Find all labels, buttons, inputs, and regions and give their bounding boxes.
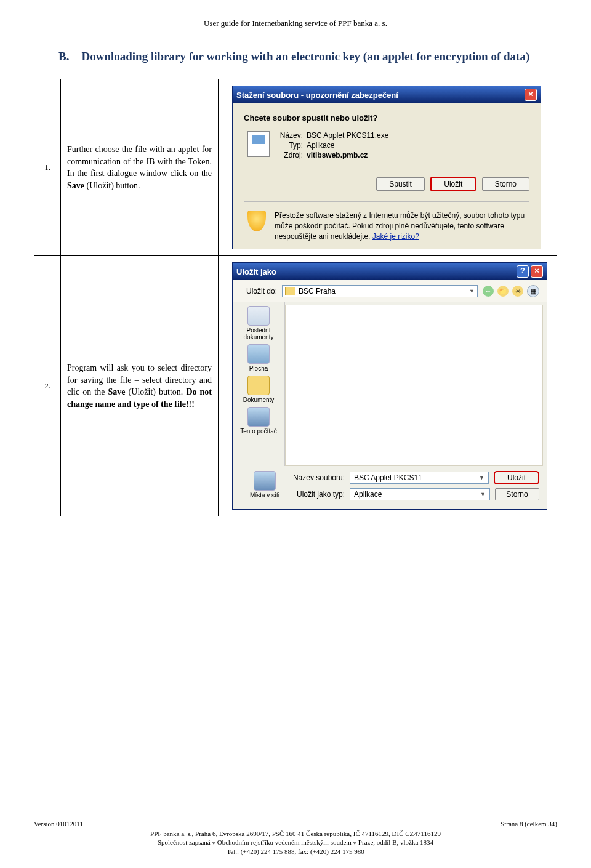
dialog1-question: Chcete soubor spustit nebo uložit? — [244, 113, 529, 123]
chevron-down-icon: ▼ — [480, 491, 486, 497]
name-value: BSC Applet PKCS11.exe — [307, 131, 388, 140]
file-list-area[interactable] — [285, 305, 543, 466]
place-desktop[interactable]: Plocha — [234, 344, 283, 372]
places-bar: Poslední dokumenty Plocha Dokumenty Tent… — [233, 302, 285, 466]
filetype-combo[interactable]: Aplikace▼ — [350, 488, 490, 500]
step2-number: 2. — [34, 256, 61, 516]
savein-combo[interactable]: BSC Praha ▼ — [282, 285, 478, 297]
place-recent[interactable]: Poslední dokumenty — [234, 306, 283, 340]
type-label: Typ: — [278, 141, 303, 150]
footer-address: PPF banka a. s., Praha 6, Evropská 2690/… — [34, 829, 557, 838]
run-button[interactable]: Spustit — [376, 177, 425, 191]
folder-icon — [285, 287, 296, 295]
save-button[interactable]: Uložit — [430, 177, 476, 191]
risk-link[interactable]: Jaké je riziko? — [372, 232, 419, 241]
cancel-button[interactable]: Storno — [482, 177, 529, 191]
step1-description: Further choose the file with an applet f… — [61, 79, 219, 256]
step-row-1: 1. Further choose the file with an apple… — [34, 79, 557, 256]
section-heading: B.Downloading library for working with a… — [58, 50, 557, 63]
shield-icon — [247, 211, 266, 231]
footer-version: Version 01012011 — [34, 819, 83, 828]
source-value: vltibsweb.pmb.cz — [307, 151, 368, 159]
step1-number: 1. — [34, 79, 61, 256]
type-value: Aplikace — [307, 141, 334, 150]
view-menu-icon[interactable]: ▦ — [527, 285, 539, 297]
file-icon — [247, 131, 270, 157]
warning-text: Přestože software stažený z Internetu mů… — [275, 211, 529, 241]
dialog1-titlebar: Stažení souboru - upozornění zabezpečení… — [233, 86, 541, 103]
filename-combo[interactable]: BSC Applet PKCS11▼ — [350, 472, 489, 484]
place-documents[interactable]: Dokumenty — [234, 376, 283, 403]
step2-screenshot-cell: Uložit jako ? × Uložit do: BSC Praha ▼ — [219, 256, 557, 516]
page-footer: Version 01012011 Strana 8 (celkem 34) PP… — [34, 819, 557, 856]
section-letter: B. — [58, 50, 69, 63]
help-icon[interactable]: ? — [517, 265, 529, 278]
step2-description: Program will ask you to select directory… — [61, 256, 219, 516]
close-icon[interactable]: × — [525, 89, 537, 101]
source-label: Zdroj: — [278, 151, 303, 159]
place-network[interactable]: Místa v síti — [240, 471, 289, 499]
filename-label: Název souboru: — [289, 473, 345, 482]
chevron-down-icon: ▼ — [469, 288, 475, 294]
name-label: Název: — [278, 131, 303, 140]
savein-label: Uložit do: — [240, 287, 277, 295]
save-button[interactable]: Uložit — [494, 471, 539, 484]
footer-tel: Tel.: (+420) 224 175 888, fax: (+420) 22… — [34, 847, 557, 856]
step1-screenshot-cell: Stažení souboru - upozornění zabezpečení… — [219, 79, 557, 256]
new-folder-icon[interactable]: ✳ — [512, 286, 523, 297]
chevron-down-icon: ▼ — [479, 475, 484, 481]
section-title: Downloading library for working with an … — [81, 50, 529, 63]
filetype-label: Uložit jako typ: — [289, 490, 345, 499]
save-as-dialog: Uložit jako ? × Uložit do: BSC Praha ▼ — [232, 262, 547, 510]
close-icon[interactable]: × — [531, 265, 543, 278]
up-folder-icon[interactable]: 📁 — [497, 286, 509, 297]
step-row-2: 2. Program will ask you to select direct… — [34, 256, 557, 516]
footer-registration: Společnost zapsaná v Obchodním rejstříku… — [34, 838, 557, 846]
back-icon[interactable]: ← — [483, 286, 494, 297]
place-computer[interactable]: Tento počítač — [234, 407, 283, 435]
cancel-button[interactable]: Storno — [495, 488, 539, 500]
footer-page: Strana 8 (celkem 34) — [501, 819, 557, 828]
dialog2-titlebar: Uložit jako ? × — [233, 263, 547, 280]
page-header: User guide for Internetbanking service o… — [34, 18, 557, 28]
download-security-dialog: Stažení souboru - upozornění zabezpečení… — [232, 86, 541, 249]
dialog2-title: Uložit jako — [236, 267, 276, 276]
dialog1-title: Stažení souboru - upozornění zabezpečení — [236, 90, 398, 100]
